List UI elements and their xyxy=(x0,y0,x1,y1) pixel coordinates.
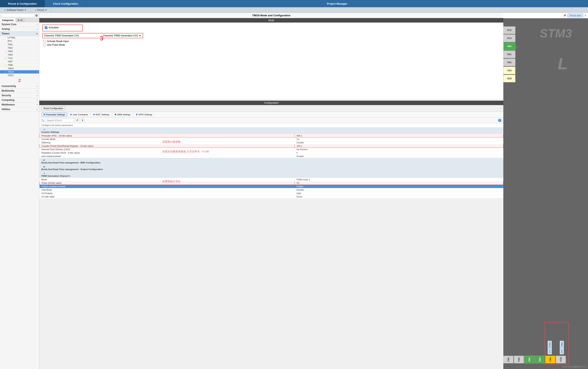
tab-dot xyxy=(70,114,72,115)
sidebar-item-computing[interactable]: Computing › xyxy=(0,98,39,102)
tab-dot xyxy=(93,114,95,115)
refresh-button[interactable]: ↺ xyxy=(75,118,80,122)
sub-nav-software[interactable]: ✓ Software Packs ▼ xyxy=(0,7,31,13)
sidebar-item-tim16[interactable]: ✓ TIM16 › xyxy=(0,70,39,74)
watermark: CSDN @不会编程的小江江 xyxy=(562,365,586,368)
tab-az[interactable]: A->Z xyxy=(16,18,25,22)
sidebar-item-analog[interactable]: Analog › xyxy=(0,27,39,31)
chevron-right-icon: › xyxy=(37,108,38,110)
channel-label: Channel1 PWM Generation CH1 xyxy=(44,34,102,37)
pinout-view-button[interactable]: Pinout view xyxy=(567,14,583,17)
expand-icon[interactable]: ⤢ xyxy=(584,14,586,17)
tab-dot xyxy=(43,114,45,115)
sidebar-item-tim1[interactable]: TIM1 xyxy=(0,43,39,46)
chip-sublabel: L xyxy=(558,55,568,73)
param-row-prescaler: Prescaler (PSC - 16 bits value) 800-1 xyxy=(40,134,503,138)
param-row-rcr: Repetition Counter (RCR - 8 bits value) … xyxy=(40,151,503,155)
sidebar-item-tim7[interactable]: TIM7 xyxy=(0,60,39,63)
brk-output-toggle[interactable] xyxy=(42,165,501,168)
chevron-right-icon: › xyxy=(37,99,38,101)
param-row-mode: Mode PWM mode 1 xyxy=(40,178,503,181)
sidebar-item-connectivity[interactable]: Connectivity › xyxy=(0,84,39,89)
pin-pc2: PC2 xyxy=(503,26,515,34)
pwm-section: PWM Generation Channel 1 xyxy=(40,171,503,178)
sidebar-item-security[interactable]: Security › xyxy=(0,93,39,98)
pinout-arrow-icon: ▼ xyxy=(45,9,47,11)
sidebar-item-tim3[interactable]: △ TIM3 xyxy=(0,50,39,53)
sidebar-item-system-core[interactable]: System Core › xyxy=(0,22,39,27)
panel-title: TIM16 Mode and Configuration xyxy=(39,13,503,18)
pin-pa5: PA5 xyxy=(524,356,534,363)
mode-header: Mode xyxy=(39,18,503,22)
nav-project[interactable]: Project Manager xyxy=(86,0,588,7)
param-row-ch-polarity: CH Polarity High xyxy=(40,192,503,195)
chevron-right-icon: › xyxy=(37,85,38,87)
tab-dot xyxy=(115,114,116,115)
one-pulse-checkbox[interactable] xyxy=(43,44,46,46)
sub-nav-pinout[interactable]: ✓ Pinout ▼ xyxy=(31,7,51,13)
top-nav: Pinout & Configuration Clock Configurati… xyxy=(0,0,588,7)
nav-clock[interactable]: Clock Configuration xyxy=(45,0,86,7)
param-row-dithering: Dithering Disable xyxy=(40,141,503,144)
software-arrow-icon: ▼ xyxy=(24,9,26,11)
brk-section: Break And Dead Time management - BRK Con… xyxy=(40,158,503,165)
pin-pa7: PA7 xyxy=(545,356,555,363)
sidebar-item-tim4[interactable]: TIM4 xyxy=(0,53,39,57)
pin-pa0: PA0 xyxy=(503,42,515,50)
sidebar-item-tim8[interactable]: △ TIM8 xyxy=(0,63,39,67)
tim17-ch1-label: TIM17_CH1 xyxy=(560,341,564,354)
sidebar-item-lptim1[interactable]: LPTIM1 xyxy=(0,36,39,40)
config-search-input[interactable] xyxy=(46,119,74,122)
pin-pa4: PA4 xyxy=(514,356,524,363)
chevron-right-icon: › xyxy=(37,104,38,106)
tab-categories[interactable]: Categories xyxy=(0,18,16,22)
nav-pinout[interactable]: Pinout & Configuration xyxy=(0,0,45,7)
param-row-preload-output: Output compare preload Enable xyxy=(40,185,503,188)
tab-user-constants[interactable]: User Constants xyxy=(68,112,90,117)
left-pins: PC2 PC3 PA0 PA1 PA2 VSS VDD xyxy=(503,26,515,82)
sidebar-item-tim2[interactable]: TIM2 xyxy=(0,46,39,50)
pwm-toggle[interactable] xyxy=(42,172,501,175)
counter-settings-toggle[interactable] xyxy=(42,128,501,131)
annotation-3: 3 xyxy=(100,35,103,42)
pin-view-header: 📌 Pinout view ⤢ xyxy=(503,13,588,18)
tab-gpio-settings[interactable]: GPIO Settings xyxy=(134,112,155,117)
config-header: Configuration xyxy=(39,101,503,105)
chevron-right-icon: › xyxy=(37,90,38,92)
pin-vss: VSS xyxy=(503,67,515,74)
sidebar-search-input[interactable] xyxy=(1,14,34,17)
param-row-fast-mode: Fast Mode Disable xyxy=(40,188,503,192)
channel-box: Channel1 PWM Generation CH1 Channel1 PWM… xyxy=(42,33,143,38)
brk-toggle[interactable] xyxy=(42,159,501,161)
sub-nav: ✓ Software Packs ▼ ✓ Pinout ▼ xyxy=(0,7,588,13)
info-icon: i xyxy=(498,119,501,122)
sidebar-item-tim6[interactable]: ✓ TIM6 xyxy=(0,57,39,60)
gear-icon[interactable]: ⚙ xyxy=(35,14,38,17)
sidebar-item-tim17[interactable]: TIM17 xyxy=(0,74,39,77)
break-input-checkbox[interactable] xyxy=(43,40,46,43)
sidebar-item-rtc[interactable]: RTC xyxy=(0,40,39,43)
chip-area: PC2 PC3 PA0 PA1 PA2 VSS VDD STM3 L nput … xyxy=(503,18,588,369)
brk-output-section: Break And Dead Time management - Output … xyxy=(40,165,503,171)
chevron-right-icon: › xyxy=(37,23,38,26)
tab-nvic-settings[interactable]: NVIC Settings xyxy=(91,112,112,117)
channel-select[interactable]: Channel1 PWM Generation CH1 xyxy=(102,34,142,37)
tab-dma-settings[interactable]: DMA Settings xyxy=(113,112,133,117)
warning-icon: △ xyxy=(4,50,7,52)
info-button[interactable]: ℹ xyxy=(81,118,84,122)
sidebar-item-middleware[interactable]: Middleware › xyxy=(0,102,39,107)
annotation-1: 1 xyxy=(554,367,556,369)
activated-checkbox[interactable] xyxy=(45,26,47,29)
sidebar-item-utilities[interactable]: Utilities › xyxy=(0,107,39,112)
sidebar-item-multimedia[interactable]: Multimedia › xyxy=(0,89,39,93)
sidebar: ⚙ Categories A->Z System Core › Analog ›… xyxy=(0,13,39,369)
tab-parameter-settings[interactable]: Parameter Settings xyxy=(41,112,67,117)
break-input-row: Activate Break Input xyxy=(42,40,500,43)
main-layout: ⚙ Categories A->Z System Core › Analog ›… xyxy=(0,13,588,369)
reset-config-button[interactable]: Reset Configuration xyxy=(41,106,65,110)
chevron-right-icon: › xyxy=(37,94,38,97)
param-table-scroll[interactable]: Counter Settings Prescaler (PSC - 16 bit… xyxy=(39,127,503,199)
sidebar-item-tim15[interactable]: TIM15 xyxy=(0,67,39,70)
sidebar-item-timers[interactable]: Timers ∨ xyxy=(0,31,39,36)
activated-row: Activated xyxy=(45,26,80,29)
